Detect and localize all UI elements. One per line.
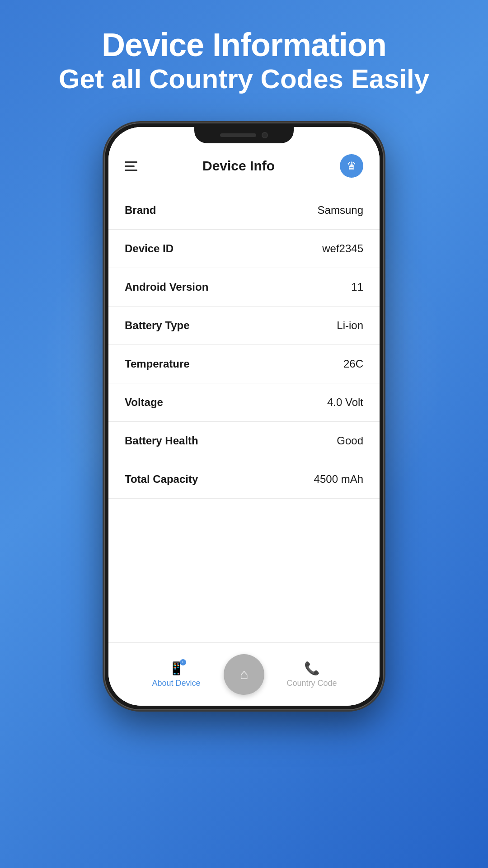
home-button[interactable]: ⌂: [224, 654, 264, 695]
info-label: Battery Type: [125, 319, 190, 332]
info-value: 11: [351, 281, 363, 293]
info-value: Li-ion: [337, 319, 363, 332]
bottom-navigation: 📱 i About Device ⌂ 📞 Country Code: [108, 642, 380, 706]
phone-notch: [194, 127, 294, 143]
country-code-icon-wrap: 📞: [304, 661, 320, 676]
phone-icon: 📞: [304, 661, 320, 675]
about-device-icon-wrap: 📱 i: [169, 661, 184, 676]
info-row: Device IDwef2345: [108, 230, 380, 268]
about-device-label: About Device: [152, 679, 200, 688]
header-line2: Get all Country Codes Easily: [59, 63, 429, 95]
info-value: Samsung: [318, 204, 363, 217]
info-label: Total Capacity: [125, 473, 198, 486]
info-value: wef2345: [322, 242, 363, 255]
info-row: Battery HealthGood: [108, 422, 380, 460]
crown-icon: ♛: [347, 160, 357, 172]
phone-mockup: Device Info ♛ BrandSamsungDevice IDwef23…: [104, 123, 384, 710]
device-info-list: BrandSamsungDevice IDwef2345Android Vers…: [108, 187, 380, 642]
info-label: Brand: [125, 204, 156, 217]
info-value: Good: [337, 434, 363, 447]
info-value: 26C: [343, 358, 363, 370]
info-label: Battery Health: [125, 434, 198, 447]
app-title: Device Info: [202, 158, 275, 174]
device-badge: i: [180, 659, 186, 665]
camera-icon: [262, 132, 268, 138]
hamburger-menu-button[interactable]: [125, 161, 137, 171]
phone-frame: Device Info ♛ BrandSamsungDevice IDwef23…: [104, 123, 384, 710]
premium-crown-button[interactable]: ♛: [340, 154, 363, 178]
info-label: Voltage: [125, 396, 163, 409]
info-row: Temperature26C: [108, 345, 380, 383]
info-row: Android Version11: [108, 268, 380, 307]
info-value: 4500 mAh: [314, 473, 363, 486]
info-row: Battery TypeLi-ion: [108, 307, 380, 345]
page-header: Device Information Get all Country Codes…: [59, 27, 429, 95]
phone-screen: Device Info ♛ BrandSamsungDevice IDwef23…: [108, 127, 380, 706]
info-value: 4.0 Volt: [327, 396, 363, 409]
info-label: Temperature: [125, 358, 190, 370]
info-row: Total Capacity4500 mAh: [108, 460, 380, 499]
home-icon: ⌂: [239, 666, 248, 683]
info-row: Voltage4.0 Volt: [108, 383, 380, 422]
nav-country-code[interactable]: 📞 Country Code: [244, 661, 380, 688]
info-label: Android Version: [125, 281, 208, 293]
info-label: Device ID: [125, 242, 174, 255]
info-row: BrandSamsung: [108, 191, 380, 230]
country-code-label: Country Code: [286, 679, 337, 688]
header-line1: Device Information: [59, 27, 429, 63]
speaker-icon: [220, 133, 256, 137]
